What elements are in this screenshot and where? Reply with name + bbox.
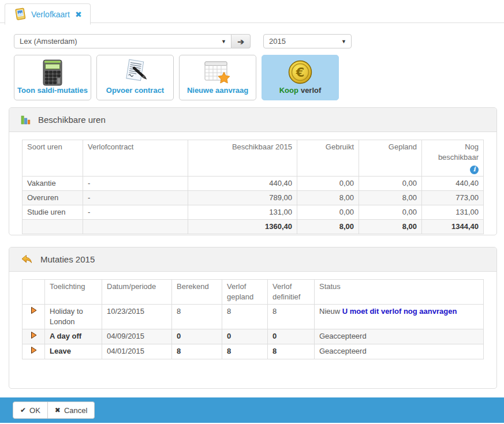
table-row: Leave 04/01/2015 8 8 8 Geaccepteerd — [23, 344, 484, 359]
chevron-down-icon: ▼ — [341, 39, 346, 44]
cancel-button[interactable]: ✖ Cancel — [48, 402, 95, 419]
mutations-panel: Mutaties 2015 Toelichting Datum/periode … — [9, 247, 497, 389]
column-header: Gebruikt — [297, 140, 359, 177]
column-header: Verlofcontract — [83, 140, 188, 177]
new-request-button[interactable]: Nieuwe aanvraag — [179, 55, 256, 100]
available-hours-header: Beschikbare uren — [9, 108, 496, 132]
mutations-header: Mutaties 2015 — [9, 247, 496, 272]
chevron-down-icon: ▼ — [221, 39, 226, 44]
column-header: Gepland — [359, 140, 422, 177]
ok-button[interactable]: ✔ OK — [13, 402, 48, 419]
column-header: Berekend — [172, 280, 222, 305]
column-header: Nog beschikbaari — [422, 140, 484, 177]
column-header: Verlof definitief — [268, 280, 315, 305]
column-header: Toelichting — [45, 280, 102, 305]
year-select-value: 2015 — [269, 37, 286, 46]
mutations-table: Toelichting Datum/periode Berekend Verlo… — [22, 279, 484, 359]
status-text: Nieuw — [319, 307, 340, 316]
tab-verlofkaart[interactable]: Verlofkaart ✖ — [5, 3, 91, 25]
calendar-star-icon — [203, 59, 233, 86]
table-row: Holiday to London 10/23/2015 8 8 8 Nieuw… — [23, 305, 484, 329]
available-hours-table: Soort uren Verlofcontract Beschikbaar 20… — [22, 140, 484, 234]
column-header — [23, 280, 45, 305]
column-header: Beschikbaar 2015 — [188, 140, 297, 177]
column-header: Verlof gepland — [222, 280, 268, 305]
tab-bar: Verlofkaart ✖ — [0, 0, 504, 23]
action-label: Koopverlof — [279, 86, 322, 95]
tab-label: Verlofkaart — [31, 10, 70, 19]
request-leave-link[interactable]: U moet dit verlof nog aanvragen — [342, 307, 457, 316]
leave-card-icon — [13, 7, 27, 21]
employee-select-value: Lex (Amsterdam) — [20, 37, 77, 46]
undo-arrow-icon — [21, 254, 33, 265]
table-row: Studie uren - 131,00 0,00 0,00 131,00 — [23, 205, 484, 219]
table-row: A day off 04/09/2015 0 0 0 Geaccepteerd — [23, 329, 484, 344]
totals-row: 1360,40 8,00 8,00 1344,40 — [23, 219, 484, 234]
expand-triangle-icon[interactable] — [31, 306, 37, 314]
table-header-row: Soort uren Verlofcontract Beschikbaar 20… — [23, 140, 484, 177]
status-text: Geaccepteerd — [319, 332, 367, 340]
action-label: Opvoer contract — [106, 86, 164, 95]
action-label: Toon saldi-mutaties — [17, 86, 88, 95]
buy-leave-button[interactable]: € Koopverlof — [262, 55, 339, 100]
info-icon[interactable]: i — [470, 166, 479, 174]
panel-title: Beschikbare uren — [38, 115, 106, 125]
action-buttons: Toon saldi-mutaties — [14, 55, 490, 100]
calculator-icon — [40, 59, 65, 86]
filter-controls: Lex (Amsterdam) ▼ ➔ 2015 ▼ — [14, 33, 490, 49]
action-label: Nieuwe aanvraag — [187, 86, 248, 95]
employee-select[interactable]: Lex (Amsterdam) ▼ — [14, 34, 232, 48]
contract-icon — [121, 58, 149, 86]
footer-button-group: ✔ OK ✖ Cancel — [13, 402, 95, 419]
x-icon: ✖ — [55, 406, 61, 414]
table-row: Overuren - 789,00 8,00 8,00 773,00 — [23, 190, 484, 205]
year-select[interactable]: 2015 ▼ — [263, 34, 352, 48]
panel-title: Mutaties 2015 — [40, 254, 95, 264]
footer-bar: ✔ OK ✖ Cancel — [0, 397, 504, 423]
bar-chart-icon — [21, 115, 31, 125]
close-icon[interactable]: ✖ — [75, 10, 82, 19]
check-icon: ✔ — [20, 406, 26, 414]
expand-triangle-icon[interactable] — [31, 331, 37, 339]
status-text: Geaccepteerd — [319, 347, 367, 355]
table-header-row: Toelichting Datum/periode Berekend Verlo… — [23, 280, 484, 305]
go-button[interactable]: ➔ — [232, 34, 251, 48]
column-header: Status — [315, 280, 484, 305]
expand-triangle-icon[interactable] — [31, 346, 37, 354]
column-header: Datum/periode — [102, 280, 172, 305]
table-row: Vakantie - 440,40 0,00 0,00 440,40 — [23, 176, 484, 190]
arrow-right-icon: ➔ — [237, 37, 244, 46]
show-balance-mutations-button[interactable]: Toon saldi-mutaties — [14, 55, 91, 100]
enter-contract-button[interactable]: Opvoer contract — [96, 55, 174, 100]
available-hours-panel: Beschikbare uren Soort uren Verlofcontra… — [9, 107, 497, 235]
euro-coin-icon: € — [287, 59, 313, 86]
column-header: Soort uren — [23, 140, 83, 177]
svg-text:€: € — [296, 65, 305, 79]
